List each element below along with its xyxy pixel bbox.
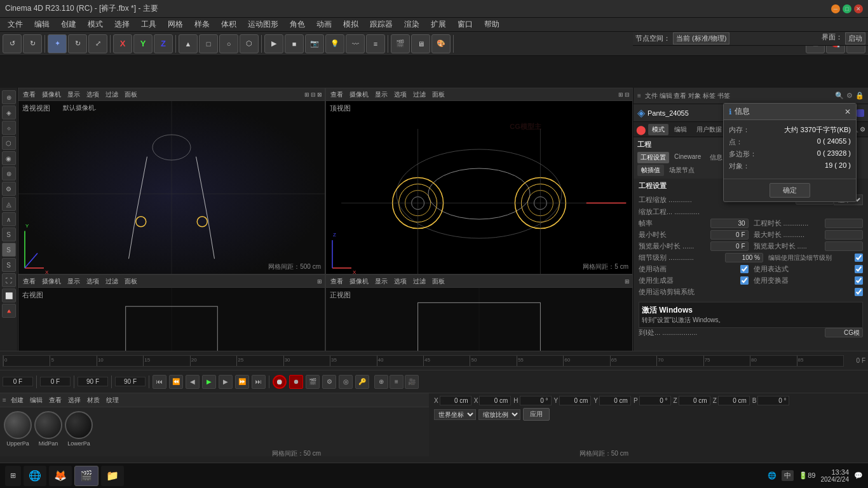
prop-previewmax-input[interactable] <box>825 241 863 251</box>
left-tool-13[interactable]: ⬜ <box>2 288 16 302</box>
btn-next-key[interactable]: ⏩ <box>235 375 249 389</box>
left-tool-7[interactable]: ◬ <box>2 197 16 211</box>
search-icon[interactable]: 🔍 <box>835 92 844 100</box>
prop-deform-check[interactable] <box>855 276 863 285</box>
vp-top-look[interactable]: 查看 <box>329 90 345 99</box>
tool-spline[interactable]: 〰 <box>346 34 365 53</box>
menubar-item-编辑[interactable]: 编辑 <box>29 18 55 31</box>
vp-menu-display[interactable]: 显示 <box>65 90 82 99</box>
left-tool-14[interactable]: 🔺 <box>2 304 16 318</box>
btn-ik[interactable]: ⚙ <box>322 375 336 389</box>
coord-h-input[interactable] <box>520 396 552 405</box>
prop-mintime-input[interactable] <box>710 230 749 240</box>
nodebar-value[interactable]: 当前 (标准/物理) <box>673 32 729 44</box>
left-tool-9[interactable]: S <box>2 227 16 241</box>
left-tool-11[interactable]: S <box>2 258 16 272</box>
vp-front-camera[interactable]: 摄像机 <box>348 277 370 286</box>
menubar-item-体积[interactable]: 体积 <box>216 18 241 31</box>
prop-fps-input[interactable] <box>710 219 749 228</box>
tool-x-axis[interactable]: X <box>113 34 132 53</box>
btn-step-fwd[interactable]: ▶ <box>219 375 233 389</box>
menubar-item-扩展[interactable]: 扩展 <box>426 18 451 31</box>
tray-notif[interactable]: 💬 <box>854 471 863 480</box>
mat-menu-create[interactable]: 创建 <box>9 396 25 405</box>
btn-record-all[interactable]: ⏺ <box>289 375 303 389</box>
mat-menu-select[interactable]: 选择 <box>66 396 83 405</box>
vp-front-look[interactable]: 查看 <box>329 277 345 286</box>
prop-lod-check[interactable] <box>855 254 863 262</box>
obj-vis-2[interactable] <box>857 109 864 117</box>
prop-expr-check[interactable] <box>855 265 863 273</box>
prop-anim-check[interactable] <box>740 265 749 273</box>
prop-proj-dur-input[interactable] <box>825 219 863 228</box>
btn-snap[interactable]: ⊕ <box>374 375 388 389</box>
btn-step-back[interactable]: ◀ <box>186 375 200 389</box>
btn-anim2[interactable]: ◎ <box>339 375 353 389</box>
left-tool-6[interactable]: ⚙ <box>2 182 16 196</box>
tool-z-axis[interactable]: Z <box>154 34 173 53</box>
tool-select[interactable]: ▲ <box>179 34 198 53</box>
tool-stop[interactable]: ■ <box>285 34 304 53</box>
prop-gen-check[interactable] <box>740 276 749 285</box>
maximize-button[interactable]: □ <box>843 4 851 13</box>
apply-button[interactable]: 应用 <box>523 408 550 421</box>
timeline-ruler[interactable]: 051015202530354045505560657075808590 <box>3 355 844 367</box>
left-tool-select[interactable]: ⊕ <box>2 90 16 104</box>
vp-right-camera[interactable]: 摄像机 <box>40 277 63 286</box>
vp-btn-2[interactable]: ⊟ <box>311 92 316 98</box>
end-frame2-input[interactable] <box>115 377 146 386</box>
coord-x-input[interactable] <box>440 396 471 405</box>
tab-edit[interactable]: 编辑 <box>670 124 691 135</box>
end-frame-input[interactable] <box>78 377 108 386</box>
taskbar-cinema4d[interactable]: 🎬 <box>74 466 98 486</box>
menubar-item-模式[interactable]: 模式 <box>83 18 108 31</box>
menubar-item-帮助[interactable]: 帮助 <box>479 18 505 31</box>
start-frame-input[interactable] <box>40 377 71 386</box>
btn-goto-end[interactable]: ⏭ <box>252 375 266 389</box>
tool-material[interactable]: 🎨 <box>431 34 451 53</box>
menubar-item-窗口[interactable]: 窗口 <box>452 18 478 31</box>
btn-play[interactable]: ▶ <box>202 375 216 389</box>
tool-circle[interactable]: ○ <box>219 34 238 53</box>
tool-redo[interactable]: ↻ <box>23 34 42 53</box>
menubar-item-样条[interactable]: 样条 <box>189 18 215 31</box>
vp-btn-3[interactable]: ⊠ <box>317 92 322 98</box>
coord-y-input[interactable] <box>559 396 591 405</box>
tool-sub[interactable]: ≡ <box>366 34 385 53</box>
btn-key[interactable]: 🔑 <box>355 375 369 389</box>
vp-top-filter[interactable]: 过滤 <box>411 90 428 99</box>
timeline[interactable]: 051015202530354045505560657075808590 0 F <box>0 351 868 370</box>
taskbar-files[interactable]: 📁 <box>101 466 124 486</box>
left-tool-3[interactable]: ⬡ <box>2 136 16 150</box>
tool-move[interactable]: ✦ <box>48 34 67 53</box>
vp-menu-camera[interactable]: 摄像机 <box>40 90 63 99</box>
info-close-button[interactable]: ✕ <box>844 107 851 116</box>
mat-menu-edit[interactable]: 编辑 <box>28 396 44 405</box>
tab-project-settings[interactable]: 工程设置 <box>637 152 669 163</box>
mat-menu-material[interactable]: 材质 <box>85 396 102 405</box>
lock-icon[interactable]: 🔒 <box>855 92 864 100</box>
vp-menu-filter[interactable]: 过滤 <box>104 90 120 99</box>
viewport-top[interactable]: 查看 摄像机 显示 选项 过滤 面板 ⊞ ⊟ 顶视图 网格间距：5 cm www… <box>325 88 633 274</box>
prop-previewmin-input[interactable] <box>710 241 749 251</box>
vp-front-btn-1[interactable]: ⊞ <box>625 278 630 285</box>
menubar-item-动画[interactable]: 动画 <box>311 18 337 31</box>
vp-front-filter[interactable]: 过滤 <box>411 277 428 286</box>
left-tool-2[interactable]: ⟐ <box>2 121 16 135</box>
subtab-keyframe[interactable]: 帧插值 <box>637 165 664 176</box>
subtab-scene[interactable]: 场景节点 <box>665 165 698 176</box>
vp-front-display[interactable]: 显示 <box>373 277 390 286</box>
tool-box[interactable]: □ <box>199 34 218 53</box>
tool-render[interactable]: 🎬 <box>391 34 410 53</box>
menubar-item-创建[interactable]: 创建 <box>56 18 81 31</box>
tab-userdata[interactable]: 用户数据 <box>693 124 726 135</box>
tab-mode[interactable]: 模式 <box>648 124 668 135</box>
btn-prev-key[interactable]: ⏪ <box>169 375 183 389</box>
left-tool-4[interactable]: ◉ <box>2 151 16 165</box>
vp-btn-1[interactable]: ⊞ <box>304 92 309 98</box>
filter-icon[interactable]: ⚙ <box>846 92 853 100</box>
menubar-item-工具[interactable]: 工具 <box>136 18 161 31</box>
vp-menu-panel[interactable]: 面板 <box>123 90 139 99</box>
mat-menu-texture[interactable]: 纹理 <box>104 396 121 405</box>
prop-lod-input[interactable] <box>725 253 763 262</box>
